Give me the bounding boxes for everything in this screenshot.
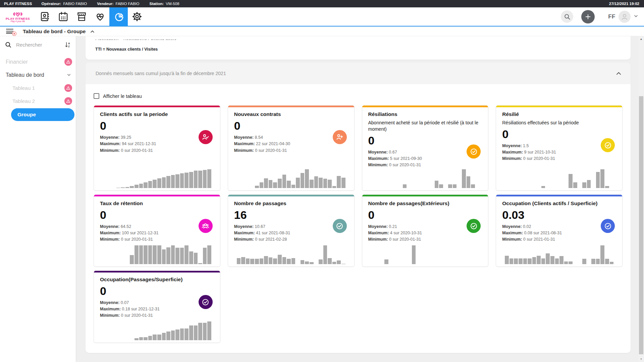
card-stats: Moyenne: 0.21Maximum: 4 sur 2020-10-31Mi… <box>368 224 467 243</box>
check-circle-icon <box>601 138 615 152</box>
operator-pair: Opérateur: FABIO FABIO <box>42 2 87 6</box>
stat-min: Minimum: 0 sur 2020-01-31 <box>368 236 467 243</box>
vendor-pair: Vendeur: FABIO FABIO <box>97 2 139 6</box>
stat-mean: Moyenne: 8.54 <box>234 134 333 141</box>
card-stats: Moyenne: 0.02Maximum: 0.08 sur 2021-08-3… <box>502 224 601 243</box>
sidebar-item-label: Financier <box>6 59 64 65</box>
person-plus-icon <box>333 130 347 144</box>
card-mini-bar-chart <box>234 169 348 188</box>
scrollbar-up-arrow[interactable]: ▲ <box>638 37 644 41</box>
account-menu-caret[interactable] <box>633 13 639 20</box>
stat-min: Minimum: 0 sur 2020-01-31 <box>100 147 199 154</box>
station-label: Station: <box>149 2 164 6</box>
collapse-title-caret[interactable] <box>90 29 95 34</box>
sidebar-search: A Z <box>5 41 71 48</box>
nav-tab-pie-chart[interactable] <box>109 7 128 26</box>
kpi-card-clients-actifs-sur-la-periode: Clients actifs sur la periode0Moyenne: 3… <box>94 105 220 191</box>
search-icon <box>564 13 571 20</box>
sidebar-item-financier[interactable]: Financier <box>0 55 76 68</box>
sort-az-icon[interactable]: A Z <box>64 41 71 48</box>
search-button[interactable] <box>561 10 573 23</box>
operator-label: Opérateur: <box>42 2 61 6</box>
stat-min: Minimum: 0 sur 2020-01-31 <box>234 147 333 154</box>
nav-tab-calendar[interactable] <box>54 7 72 26</box>
avatar[interactable] <box>619 11 631 23</box>
card-value: 16 <box>234 209 333 221</box>
logo-heart-icon <box>13 11 23 17</box>
collapse-panel-button[interactable] <box>615 70 622 77</box>
person-check-icon <box>199 130 213 144</box>
nav-right-cluster: FF <box>561 7 644 26</box>
card-mini-bar-chart <box>368 245 482 264</box>
show-table-checkbox[interactable] <box>94 93 99 99</box>
kpi-card-nombre-de-passages: Nombre de passages16Moyenne: 10.67Maximu… <box>228 194 355 267</box>
app-logo[interactable]: PLAY FITNESS Play 4 your life <box>0 7 36 26</box>
nav-tab-heart-pulse[interactable] <box>91 7 109 26</box>
kpi-card-nouveaux-contrats: Nouveaux contrats0Moyenne: 8.54Maximum: … <box>228 105 355 191</box>
card-value: 0 <box>100 209 199 221</box>
stat-min: Minimum: 0 sur 2021-01-31 <box>502 236 601 243</box>
add-button[interactable] <box>581 10 595 23</box>
stat-max: Maximum: 22 sur 2021-04-30 <box>234 141 333 147</box>
card-title: Nombre de passages <box>234 200 348 207</box>
stat-max: Maximum: 0.08 sur 2021-08-31 <box>502 230 601 236</box>
menu-toggle-button[interactable] <box>6 29 13 34</box>
stat-min: Minimum: 0 sur 2020-01-31 <box>100 236 199 243</box>
check-circle-icon <box>467 144 481 159</box>
sidebar: A Z FinancierTableau de bordTableau 1Tab… <box>0 36 76 362</box>
monthly-panel-header: Donnés mensuels sans cumul jusqu'à la fi… <box>86 63 631 84</box>
scrollbar-thumb[interactable] <box>639 96 643 354</box>
vertical-scrollbar[interactable]: ▲ ▼ <box>638 36 644 362</box>
breadcrumb-row: Tableau de bord - Groupe <box>0 27 644 36</box>
people-group-icon <box>199 219 213 233</box>
scrollbar-down-arrow[interactable]: ▼ <box>638 357 644 361</box>
user-initials: FF <box>608 13 615 20</box>
card-mini-bar-chart <box>502 169 616 188</box>
kpi-card-occupation-clients-actifs-superficie: Occupation (Clients actifs / Superficie)… <box>496 194 623 267</box>
card-mini-bar-chart <box>100 321 214 340</box>
warning-badge <box>64 84 72 92</box>
chevron-down-icon <box>66 72 71 77</box>
card-title: Taux de rétention <box>100 200 214 207</box>
card-title: Nouveaux contrats <box>234 111 348 118</box>
app-brand: PLAY FITNESS <box>4 2 32 6</box>
card-stats: Moyenne: 0.67Maximum: 5 sur 2021-09-30Mi… <box>368 149 467 169</box>
chevron-up-icon <box>615 70 622 77</box>
pie-chart-icon <box>113 11 124 22</box>
sidebar-item-groupe[interactable]: Groupe <box>11 108 74 121</box>
sidebar-item-tableau-1[interactable]: Tableau 1 <box>0 81 76 95</box>
stat-max: Maximum: 9 sur 2021-10-31 <box>502 149 601 156</box>
stat-max: Maximum: 4 sur 2020-10-31 <box>368 230 467 236</box>
stat-min: Minimum: 0 sur 2020-01-31 <box>502 156 601 162</box>
clear-filter-badge <box>12 32 16 36</box>
card-mini-bar-chart <box>234 245 348 264</box>
card-value: 0 <box>100 285 199 297</box>
sidebar-item-tableau-2[interactable]: Tableau 2 <box>0 95 76 108</box>
search-icon <box>5 41 12 48</box>
check-circle-icon <box>199 295 213 309</box>
card-mini-bar-chart <box>100 245 214 264</box>
nav-tab-gear[interactable] <box>128 7 146 26</box>
app-root: PLAY FITNESS Opérateur: FABIO FABIO Vend… <box>0 0 644 362</box>
card-stats: Moyenne: 8.54Maximum: 22 sur 2021-04-30M… <box>234 134 333 154</box>
card-stats: Moyenne: 39.25Maximum: 94 sur 2021-12-31… <box>100 134 199 154</box>
card-title: Nombre de passages(Extérieurs) <box>368 200 482 207</box>
nav-tabs <box>36 7 146 26</box>
svg-text:Z: Z <box>68 45 70 48</box>
card-value: 0 <box>502 128 601 140</box>
nav-tab-store[interactable] <box>72 7 91 26</box>
nav-tab-contact-book[interactable] <box>36 7 54 26</box>
sidebar-item-tableau-de-bord[interactable]: Tableau de bord <box>0 68 76 81</box>
chevron-down-icon <box>633 13 639 19</box>
formulas-panel: Fidélisation = Résiliations / Clients ac… <box>86 36 631 60</box>
sidebar-item-label: Tableau de bord <box>6 72 66 78</box>
calendar-icon <box>58 11 68 22</box>
kpi-card-nombre-de-passages-exterieurs: Nombre de passages(Extérieurs)0Moyenne: … <box>362 194 489 267</box>
check-circle-icon <box>467 219 481 233</box>
page-title: Tableau de bord - Groupe <box>23 28 86 35</box>
operator-value: FABIO FABIO <box>63 2 87 6</box>
store-icon <box>76 11 87 22</box>
sidebar-item-label: Groupe <box>17 112 74 118</box>
search-input[interactable] <box>16 42 64 48</box>
card-value: 0 <box>100 120 199 132</box>
